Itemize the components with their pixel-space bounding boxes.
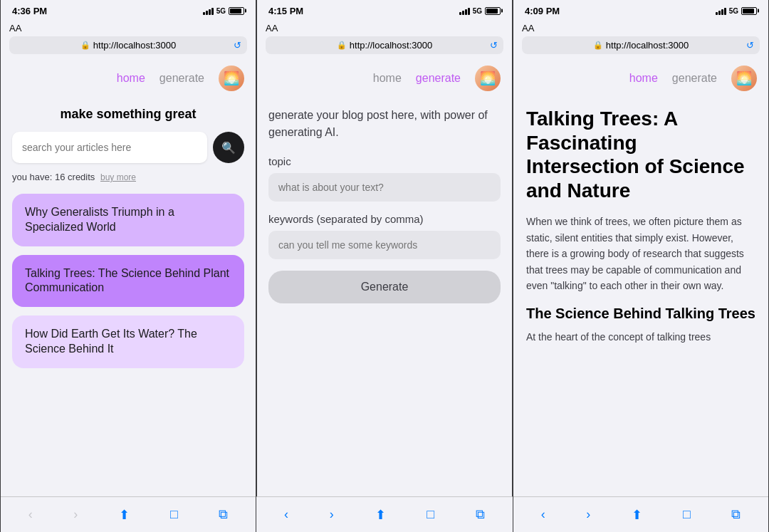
- forward-button-3[interactable]: ›: [580, 501, 596, 528]
- share-button-3[interactable]: ⬆: [626, 501, 648, 528]
- time-3: 4:09 PM: [525, 6, 560, 16]
- keywords-label: keywords (separated by comma): [268, 213, 501, 225]
- article-main-title: Talking Trees: A Fascinating Intersectio…: [526, 107, 755, 202]
- signal-5g-3: 5G: [729, 7, 738, 15]
- keywords-input[interactable]: [268, 231, 501, 259]
- nav-home-3[interactable]: home: [629, 72, 658, 85]
- lock-icon-1: 🔒: [80, 41, 90, 50]
- nav-home-1[interactable]: home: [117, 72, 145, 85]
- refresh-icon-1[interactable]: ↺: [234, 40, 241, 51]
- search-icon-1: 🔍: [221, 141, 236, 155]
- topic-input[interactable]: [268, 173, 501, 202]
- tabs-button-1[interactable]: ⧉: [213, 501, 234, 528]
- article-content: Talking Trees: A Fascinating Intersectio…: [513, 98, 768, 496]
- aa-text-2: AA: [266, 23, 278, 33]
- signal-5g-2: 5G: [473, 7, 482, 15]
- battery-2: [485, 7, 501, 15]
- forward-button-2[interactable]: ›: [324, 501, 340, 528]
- nav-home-2[interactable]: home: [373, 72, 402, 85]
- keywords-section: keywords (separated by comma): [257, 213, 512, 259]
- signal-bars-3: [716, 6, 726, 15]
- nav-generate-2[interactable]: generate: [416, 72, 461, 85]
- url-bar-3[interactable]: 🔒 http://localhost:3000 ↺: [522, 36, 760, 54]
- url-bar-2[interactable]: 🔒 http://localhost:3000 ↺: [266, 36, 503, 54]
- share-button-1[interactable]: ⬆: [113, 501, 135, 528]
- credits-text-1: you have: 16 credits: [12, 172, 95, 182]
- search-button-1[interactable]: 🔍: [213, 132, 244, 163]
- status-icons-3: 5G: [716, 6, 757, 15]
- search-row-1: 🔍: [12, 132, 244, 163]
- signal-5g-1: 5G: [216, 7, 226, 15]
- credits-row-1: you have: 16 credits buy more: [12, 172, 244, 182]
- phone-2-content: generate your blog post here, with power…: [257, 98, 512, 309]
- buy-more-link-1[interactable]: buy more: [100, 172, 136, 182]
- signal-bars-1: [203, 6, 214, 15]
- status-bar-1: 4:36 PM 5G: [1, 0, 256, 20]
- status-bar-3: 4:09 PM 5G: [513, 0, 768, 20]
- nav-1: home generate 🌅: [1, 58, 256, 98]
- time-1: 4:36 PM: [12, 6, 47, 16]
- generate-description: generate your blog post here, with power…: [257, 98, 512, 155]
- status-icons-2: 5G: [459, 6, 501, 15]
- phone-1: 4:36 PM 5G AA 🔒 http://loc: [0, 0, 256, 532]
- generate-button[interactable]: Generate: [268, 271, 501, 303]
- share-button-2[interactable]: ⬆: [370, 501, 392, 528]
- back-button-2[interactable]: ‹: [278, 501, 294, 528]
- lock-icon-2: 🔒: [337, 41, 347, 50]
- status-bar-2: 4:15 PM 5G: [257, 0, 512, 20]
- url-text-1: http://localhost:3000: [93, 40, 176, 51]
- back-button-1[interactable]: ‹: [23, 501, 38, 528]
- nav-avatar-2[interactable]: 🌅: [475, 66, 501, 91]
- topic-section: topic: [257, 155, 512, 202]
- bottom-toolbar-3: ‹ › ⬆ □ ⧉: [513, 496, 768, 532]
- aa-text-1: AA: [9, 23, 21, 33]
- nav-3: home generate 🌅: [513, 58, 768, 98]
- article-card-3[interactable]: How Did Earth Get Its Water? The Science…: [12, 315, 244, 368]
- nav-generate-3[interactable]: generate: [672, 72, 717, 85]
- bottom-toolbar-2: ‹ › ⬆ □ ⧉: [256, 496, 513, 532]
- bottom-toolbar-1: ‹ › ⬆ □ ⧉: [1, 496, 256, 532]
- refresh-icon-3[interactable]: ↺: [746, 40, 754, 51]
- bookmarks-button-3[interactable]: □: [677, 501, 696, 528]
- aa-text-3: AA: [522, 23, 534, 33]
- search-input-1[interactable]: [12, 132, 207, 163]
- page-title-1: make something great: [12, 107, 244, 122]
- browser-bar-3: AA 🔒 http://localhost:3000 ↺: [513, 20, 768, 58]
- nav-2: home generate 🌅: [257, 58, 512, 98]
- time-2: 4:15 PM: [268, 6, 303, 16]
- back-button-3[interactable]: ‹: [535, 501, 551, 528]
- refresh-icon-2[interactable]: ↺: [490, 40, 498, 51]
- url-bar-1[interactable]: 🔒 http://localhost:3000 ↺: [9, 36, 247, 54]
- article-title-3: How Did Earth Get Its Water? The Science…: [25, 328, 197, 355]
- article-section-title: The Science Behind Talking Trees: [526, 305, 755, 322]
- nav-avatar-1[interactable]: 🌅: [219, 66, 244, 91]
- article-body-1: When we think of trees, we often picture…: [526, 214, 755, 293]
- article-title-2: Talking Trees: The Science Behind Plant …: [25, 267, 229, 294]
- tabs-button-3[interactable]: ⧉: [726, 501, 746, 528]
- article-body-2: At the heart of the concept of talking t…: [526, 329, 755, 345]
- phone-3: 4:09 PM 5G AA 🔒 http://loc: [513, 0, 769, 532]
- url-text-3: http://localhost:3000: [606, 40, 689, 51]
- tabs-button-2[interactable]: ⧉: [470, 501, 491, 528]
- bookmarks-button-2[interactable]: □: [421, 501, 440, 528]
- lock-icon-3: 🔒: [593, 41, 603, 50]
- topic-label: topic: [268, 155, 501, 167]
- article-card-2[interactable]: Talking Trees: The Science Behind Plant …: [12, 255, 244, 308]
- forward-button-1[interactable]: ›: [68, 501, 83, 528]
- nav-avatar-3[interactable]: 🌅: [731, 66, 757, 91]
- article-card-1[interactable]: Why Generalists Triumph in a Specialized…: [12, 194, 244, 246]
- nav-generate-1[interactable]: generate: [159, 72, 204, 85]
- battery-1: [229, 7, 244, 15]
- article-title-1: Why Generalists Triumph in a Specialized…: [25, 206, 174, 233]
- browser-bar-2: AA 🔒 http://localhost:3000 ↺: [257, 20, 512, 58]
- browser-bar-1: AA 🔒 http://localhost:3000 ↺: [1, 20, 256, 58]
- signal-bars-2: [459, 6, 470, 15]
- phone-1-content: make something great 🔍 you have: 16 cred…: [1, 98, 256, 496]
- battery-3: [741, 7, 757, 15]
- bookmarks-button-1[interactable]: □: [164, 501, 184, 528]
- url-text-2: http://localhost:3000: [350, 40, 432, 51]
- status-icons-1: 5G: [203, 6, 244, 15]
- phone-2: 4:15 PM 5G AA 🔒 http://loc: [256, 0, 513, 532]
